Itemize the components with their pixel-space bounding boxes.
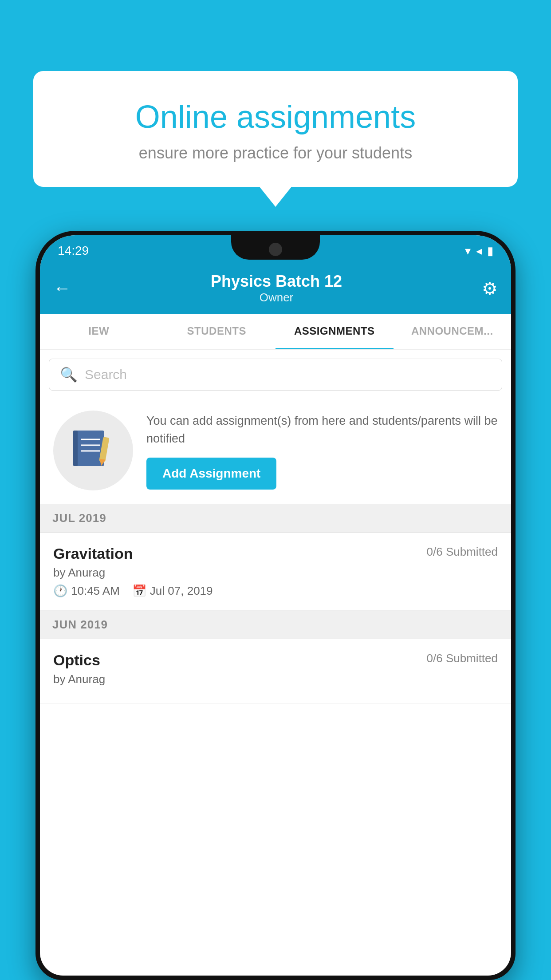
tab-assignments[interactable]: ASSIGNMENTS <box>276 314 394 350</box>
phone-notch <box>231 235 320 260</box>
section-jun-2019: JUN 2019 <box>40 611 511 639</box>
bubble-title: Online assignments <box>64 98 487 136</box>
assignment-by: by Anurag <box>53 566 498 580</box>
bubble-subtitle: ensure more practice for your students <box>64 144 487 162</box>
search-container: 🔍 Search <box>40 350 511 397</box>
camera-icon <box>269 243 282 256</box>
status-icons: ▾ ◂ ▮ <box>465 244 493 258</box>
search-placeholder: Search <box>85 367 127 382</box>
app-header: ← Physics Batch 12 Owner ⚙ <box>40 264 511 314</box>
assignment-name: Gravitation <box>53 545 133 562</box>
speech-bubble-card: Online assignments ensure more practice … <box>33 71 518 187</box>
section-jul-2019: JUL 2019 <box>40 504 511 533</box>
header-title: Physics Batch 12 <box>211 272 342 291</box>
settings-icon[interactable]: ⚙ <box>482 278 498 299</box>
assignment-by-optics: by Anurag <box>53 672 498 686</box>
wifi-icon: ▾ <box>465 244 471 258</box>
back-button[interactable]: ← <box>53 278 71 298</box>
tab-announcements[interactable]: ANNOUNCEM... <box>394 314 512 349</box>
phone-screen: 14:29 ▾ ◂ ▮ ← Physics Batch 12 Owner ⚙ I… <box>40 235 511 976</box>
search-icon: 🔍 <box>60 366 78 383</box>
assignment-item-optics[interactable]: Optics 0/6 Submitted by Anurag <box>40 639 511 703</box>
add-assignment-button[interactable]: Add Assignment <box>146 458 276 490</box>
assignment-time-value: 10:45 AM <box>71 584 120 598</box>
notebook-icon <box>71 428 115 473</box>
add-assignment-promo: You can add assignment(s) from here and … <box>40 397 511 504</box>
assignment-time: 🕐 10:45 AM <box>53 584 120 598</box>
battery-icon: ▮ <box>487 244 493 258</box>
assignment-name-optics: Optics <box>53 652 100 669</box>
search-bar[interactable]: 🔍 Search <box>49 359 502 391</box>
status-time: 14:29 <box>58 244 89 258</box>
assignment-item-gravitation[interactable]: Gravitation 0/6 Submitted by Anurag 🕐 10… <box>40 533 511 611</box>
assignment-date-value: Jul 07, 2019 <box>150 584 213 598</box>
phone-frame: 14:29 ▾ ◂ ▮ ← Physics Batch 12 Owner ⚙ I… <box>35 231 516 980</box>
calendar-icon: 📅 <box>132 584 146 598</box>
tab-iew[interactable]: IEW <box>40 314 158 349</box>
tab-students[interactable]: STUDENTS <box>158 314 276 349</box>
assignment-row-top: Gravitation 0/6 Submitted <box>53 545 498 562</box>
assignment-row-top-optics: Optics 0/6 Submitted <box>53 652 498 669</box>
clock-icon: 🕐 <box>53 584 67 598</box>
header-subtitle: Owner <box>211 291 342 304</box>
header-center: Physics Batch 12 Owner <box>211 272 342 304</box>
assignment-meta: 🕐 10:45 AM 📅 Jul 07, 2019 <box>53 584 498 598</box>
assignment-date: 📅 Jul 07, 2019 <box>132 584 213 598</box>
promo-icon-circle <box>53 411 133 490</box>
promo-right: You can add assignment(s) from here and … <box>146 412 498 490</box>
assignment-submitted: 0/6 Submitted <box>427 545 498 559</box>
promo-description: You can add assignment(s) from here and … <box>146 412 498 448</box>
tabs-bar: IEW STUDENTS ASSIGNMENTS ANNOUNCEM... <box>40 314 511 350</box>
signal-icon: ◂ <box>476 244 482 258</box>
svg-rect-1 <box>73 431 78 466</box>
assignment-submitted-optics: 0/6 Submitted <box>427 652 498 665</box>
